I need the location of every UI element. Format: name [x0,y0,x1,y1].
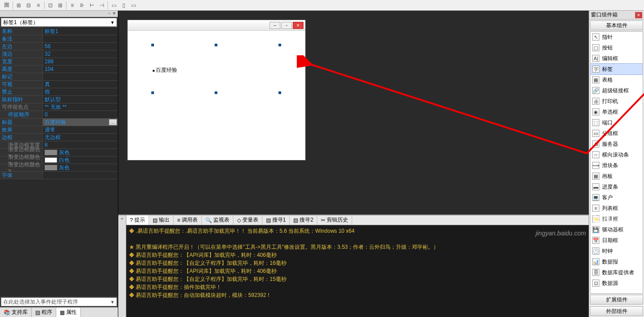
component-item[interactable]: ▦画板 [590,171,643,181]
property-row[interactable]: 宽度288 [0,58,118,66]
output-tab[interactable]: ◇变量表 [233,215,262,225]
component-item[interactable]: ▦表格 [590,74,643,85]
selection-handle[interactable] [215,91,217,94]
toolbar-button[interactable]: ⊪ [77,0,87,10]
form-designer[interactable]: ─ ▫ ✕ 百度经验 [118,11,589,214]
property-value[interactable]: 通常 [43,126,118,133]
property-value[interactable] [43,172,118,179]
toolbar-button[interactable]: ⊞ [14,0,24,10]
property-value[interactable]: 288 [43,58,118,65]
property-value[interactable]: 灰色 [43,164,118,171]
output-tab[interactable]: ▤搜寻2 [290,215,317,225]
minimize-button[interactable]: ─ [270,22,280,29]
output-tab[interactable]: ▤输出 [149,215,174,225]
toolbar-button[interactable]: ▯ [119,0,129,10]
selection-handle[interactable] [215,44,217,46]
component-item[interactable]: ▭分组框 [590,128,643,139]
close-icon[interactable]: ✕ [635,12,642,18]
component-list[interactable]: ↖指针▢按钮A|编辑框字标签▦表格🔗超级链接框🖨打印机◉单选框⬚端口▭分组框🖥服… [590,31,643,294]
design-window[interactable]: ─ ▫ ✕ 百度经验 [127,20,306,161]
component-item[interactable]: ▬进度条 [590,181,643,192]
property-row[interactable]: 鼠标指针默认型 [0,96,118,103]
property-row[interactable]: 边框无边框 [0,134,118,141]
toolbar-button[interactable]: ▭ [109,0,119,10]
component-item[interactable]: 🔗超级链接框 [590,85,643,96]
selection-handle[interactable] [278,91,281,94]
component-item[interactable]: 字标签 [590,64,643,74]
toolbar-button[interactable]: ⊢ [87,0,97,10]
component-item[interactable]: 📅日期框 [590,235,643,246]
component-item[interactable]: 🖥服务器 [590,139,643,149]
toolbar-button[interactable]: 圖 [2,0,12,10]
property-value[interactable]: 32 [43,50,118,58]
component-item[interactable]: 📊数据报 [590,256,643,267]
property-value[interactable] [43,35,118,42]
component-item[interactable]: ≡列表框 [590,203,643,214]
property-value[interactable]: ** 无效 ** [43,103,118,111]
property-value[interactable]: 白色 [43,156,118,164]
property-value[interactable]: 0 [43,111,118,118]
toolbar-button[interactable]: ⊡ [46,0,55,10]
component-item[interactable]: ⊡数据源 [590,278,643,288]
property-value[interactable]: 标签1 [43,28,118,35]
basic-components-button[interactable]: 基本组件 [590,21,643,30]
component-item[interactable]: ↔横向滚动条 [590,149,643,160]
toolbar-button[interactable]: ⊞ [55,0,65,10]
toolbar-button[interactable]: ⊣ [97,0,107,10]
property-value[interactable]: 8 [43,141,118,148]
panel-tab[interactable]: ▦属性 [56,308,81,317]
component-item[interactable]: ↖指针 [590,32,643,42]
toolbar-button[interactable]: ▭ [129,0,138,10]
panel-tab[interactable]: ▤程序 [32,308,56,317]
property-value[interactable]: 默认型 [43,96,118,103]
property-value[interactable]: 104 [43,66,118,73]
panel-dock-icon[interactable]: ▫ [106,11,112,16]
close-button[interactable]: ✕ [293,22,303,29]
component-item[interactable]: ⟿滑块条 [590,160,643,171]
output-tab[interactable]: ✂剪辑历史 [317,215,352,225]
property-row[interactable]: 效果通常 [0,126,118,134]
property-edit-button[interactable]: … [109,119,117,125]
property-row[interactable]: 标题百度经验… [0,119,118,126]
property-value[interactable]: 百度经验… [43,119,118,126]
panel-tab[interactable]: 📚支持库 [0,308,32,317]
property-row[interactable]: 字体 [0,172,118,179]
component-item[interactable]: 🗄数据库提供者 [590,267,643,278]
property-row[interactable]: 备注 [0,35,118,43]
property-row[interactable]: 名称标签1 [0,28,118,35]
selection-handle[interactable] [278,44,281,46]
property-value[interactable]: 灰色 [43,149,118,156]
property-value[interactable]: 真 [43,81,118,88]
maximize-button[interactable]: ▫ [281,22,292,29]
panel-close-icon[interactable]: ✕ [112,11,117,16]
toolbar-button[interactable]: ≡ [67,0,77,10]
component-item[interactable]: 🖨打印机 [590,96,643,107]
property-row[interactable]: 左边56 [0,43,118,50]
component-item[interactable]: 🕐时钟 [590,246,643,256]
object-selector[interactable]: 标签1（标签） ▼ [1,18,117,27]
component-item[interactable]: ◉单选框 [590,107,643,117]
property-row[interactable]: 渐变边框颜色3灰色 [0,164,118,172]
property-row[interactable]: 顶边32 [0,50,118,58]
toolbar-button[interactable]: ≡ [33,0,43,10]
window-client-area[interactable]: 百度经验 [128,31,305,160]
output-tab[interactable]: ≡调用表 [174,215,202,225]
property-row[interactable]: 可视真 [0,81,118,88]
component-item[interactable]: ⬚端口 [590,117,643,128]
selection-handle[interactable] [151,91,154,94]
external-components-button[interactable]: 外部组件 [590,306,643,316]
output-tab[interactable]: 🔍监视表 [202,215,233,225]
label-control[interactable]: 百度经验 [153,66,177,74]
property-row[interactable]: 可停留焦点** 无效 ** [0,103,118,111]
toolbar-button[interactable]: ⊟ [24,0,33,10]
output-tab[interactable]: ?提示 [126,215,149,225]
output-content[interactable]: .易语言助手提醒您：.易语言助手加载完毕！！ 当前易版本：5.6 当前系统：Wi… [126,225,589,317]
extended-components-button[interactable]: 扩展组件 [590,295,643,305]
property-row[interactable]: 标记 [0,73,118,81]
property-value[interactable]: 56 [43,43,118,50]
output-tab[interactable]: ▤搜寻1 [262,215,290,225]
panel-dock-icon[interactable]: ▫ [118,215,126,222]
component-item[interactable]: 💻客户 [590,192,643,203]
property-value[interactable] [43,73,118,80]
component-item[interactable]: ▢按钮 [590,42,643,53]
